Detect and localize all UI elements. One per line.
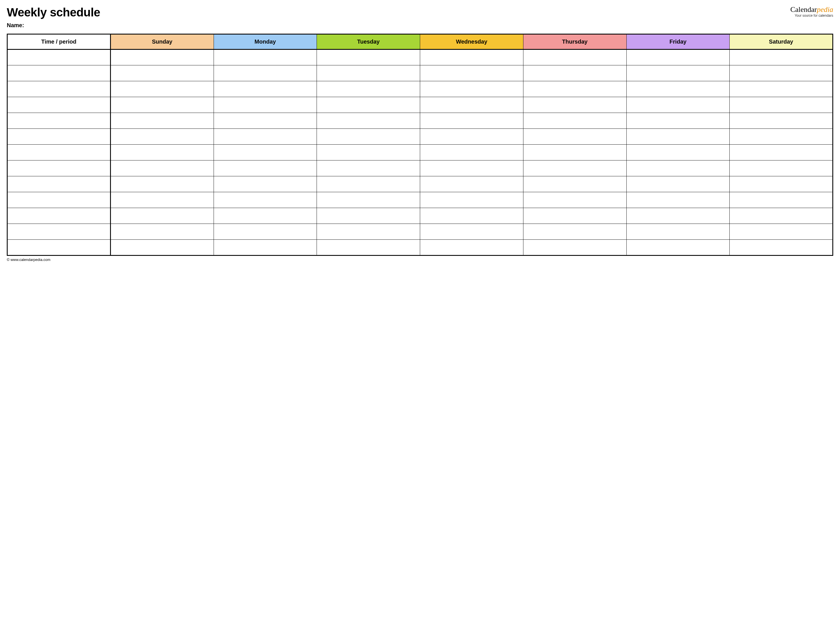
schedule-cell <box>110 208 213 224</box>
schedule-cell <box>627 145 730 160</box>
schedule-cell <box>213 49 317 65</box>
schedule-cell <box>213 65 317 81</box>
schedule-cell <box>420 240 523 256</box>
schedule-cell <box>317 145 420 160</box>
schedule-cell <box>317 65 420 81</box>
schedule-cell <box>730 208 833 224</box>
time-cell <box>7 49 111 65</box>
schedule-cell <box>523 113 627 129</box>
schedule-cell <box>730 65 833 81</box>
schedule-cell <box>213 160 317 176</box>
schedule-cell <box>523 240 627 256</box>
schedule-cell <box>627 224 730 240</box>
schedule-cell <box>420 81 523 97</box>
schedule-cell <box>420 113 523 129</box>
brand-name-part2: pedia <box>817 5 833 13</box>
time-cell <box>7 145 111 160</box>
table-row <box>7 224 833 240</box>
schedule-cell <box>523 208 627 224</box>
schedule-cell <box>730 224 833 240</box>
table-row <box>7 160 833 176</box>
time-cell <box>7 240 111 256</box>
schedule-cell <box>730 240 833 256</box>
schedule-cell <box>110 97 213 113</box>
schedule-cell <box>730 176 833 192</box>
schedule-cell <box>627 113 730 129</box>
column-header-saturday: Saturday <box>730 34 833 49</box>
schedule-cell <box>213 224 317 240</box>
title-block: Weekly schedule Name: <box>7 6 100 29</box>
time-cell <box>7 176 111 192</box>
schedule-cell <box>213 81 317 97</box>
schedule-cell <box>730 113 833 129</box>
schedule-cell <box>523 145 627 160</box>
time-cell <box>7 192 111 208</box>
schedule-cell <box>627 240 730 256</box>
table-row <box>7 240 833 256</box>
schedule-cell <box>213 176 317 192</box>
schedule-cell <box>420 97 523 113</box>
schedule-cell <box>317 208 420 224</box>
table-row <box>7 97 833 113</box>
schedule-cell <box>523 192 627 208</box>
table-row <box>7 113 833 129</box>
schedule-cell <box>317 192 420 208</box>
document-title: Weekly schedule <box>7 6 100 19</box>
schedule-cell <box>627 192 730 208</box>
schedule-table: Time / periodSundayMondayTuesdayWednesda… <box>7 34 833 256</box>
schedule-cell <box>627 208 730 224</box>
schedule-cell <box>523 160 627 176</box>
schedule-cell <box>730 160 833 176</box>
schedule-cell <box>523 129 627 145</box>
schedule-cell <box>627 65 730 81</box>
schedule-cell <box>627 129 730 145</box>
schedule-cell <box>317 224 420 240</box>
brand-tagline: Your source for calendars <box>790 14 833 18</box>
schedule-cell <box>730 192 833 208</box>
time-cell <box>7 129 111 145</box>
schedule-cell <box>420 192 523 208</box>
schedule-cell <box>420 208 523 224</box>
schedule-cell <box>317 81 420 97</box>
table-row <box>7 176 833 192</box>
schedule-cell <box>523 49 627 65</box>
schedule-cell <box>420 65 523 81</box>
schedule-cell <box>523 224 627 240</box>
brand-name: Calendarpedia <box>790 6 833 14</box>
table-row <box>7 145 833 160</box>
table-header: Time / periodSundayMondayTuesdayWednesda… <box>7 34 833 49</box>
schedule-cell <box>420 129 523 145</box>
schedule-cell <box>110 49 213 65</box>
schedule-cell <box>730 97 833 113</box>
schedule-cell <box>420 176 523 192</box>
schedule-cell <box>730 81 833 97</box>
page-header: Weekly schedule Name: Calendarpedia Your… <box>7 6 833 29</box>
table-row <box>7 65 833 81</box>
schedule-cell <box>110 81 213 97</box>
time-cell <box>7 113 111 129</box>
table-row <box>7 81 833 97</box>
brand-name-part1: Calendar <box>790 5 817 13</box>
schedule-cell <box>213 192 317 208</box>
schedule-cell <box>317 129 420 145</box>
column-header-time: Time / period <box>7 34 111 49</box>
column-header-friday: Friday <box>627 34 730 49</box>
table-row <box>7 49 833 65</box>
time-cell <box>7 65 111 81</box>
schedule-cell <box>213 145 317 160</box>
brand-block: Calendarpedia Your source for calendars <box>790 6 833 18</box>
column-header-wednesday: Wednesday <box>420 34 523 49</box>
schedule-cell <box>110 113 213 129</box>
schedule-cell <box>627 97 730 113</box>
schedule-cell <box>110 240 213 256</box>
schedule-cell <box>213 129 317 145</box>
schedule-cell <box>317 97 420 113</box>
schedule-cell <box>523 65 627 81</box>
table-row <box>7 192 833 208</box>
schedule-cell <box>523 81 627 97</box>
time-cell <box>7 97 111 113</box>
footer-copyright: © www.calendarpedia.com <box>7 258 833 262</box>
schedule-cell <box>110 224 213 240</box>
schedule-cell <box>420 224 523 240</box>
column-header-monday: Monday <box>213 34 317 49</box>
